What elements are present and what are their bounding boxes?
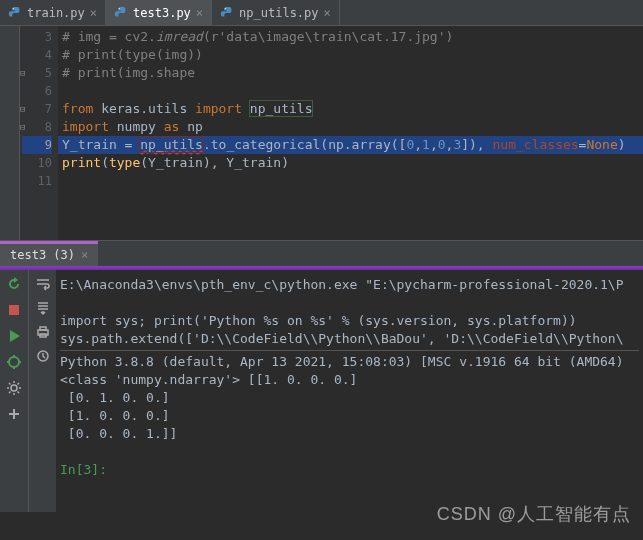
gutter: 3 4 ⊟5 6 ⊟7 ⊟8 9 10 11 [20, 26, 58, 240]
close-icon[interactable]: × [324, 6, 331, 20]
console-tab[interactable]: test3 (3)× [0, 241, 98, 266]
rerun-icon[interactable] [6, 276, 22, 292]
svg-rect-7 [40, 327, 46, 330]
svg-point-2 [225, 8, 226, 9]
code-area[interactable]: # img = cv2.imread(r'data\image\train\ca… [58, 26, 643, 240]
svg-rect-3 [9, 305, 19, 315]
run-toolbar [0, 270, 28, 512]
svg-point-0 [13, 8, 14, 9]
python-icon [114, 6, 128, 20]
python-icon [220, 6, 234, 20]
editor: 3 4 ⊟5 6 ⊟7 ⊟8 9 10 11 # img = cv2.imrea… [0, 26, 643, 240]
tab-test3[interactable]: test3.py × [106, 0, 212, 25]
watermark: CSDN @人工智能有点 [437, 502, 631, 526]
tab-label: np_utils.py [239, 6, 318, 20]
left-toolwindow-bar[interactable] [0, 26, 20, 240]
run-icon[interactable] [6, 328, 22, 344]
current-line: Y_train = np_utils.to_categorical(np.arr… [58, 136, 643, 154]
editor-tabs: train.py × test3.py × np_utils.py × [0, 0, 643, 26]
svg-point-1 [119, 8, 120, 9]
fold-icon[interactable]: ⊟ [20, 118, 25, 136]
print-icon[interactable] [35, 324, 51, 340]
tab-label: train.py [27, 6, 85, 20]
settings-icon[interactable] [6, 380, 22, 396]
console-tabs: test3 (3)× [0, 240, 643, 266]
console-panel: E:\Anaconda3\envs\pth_env_c\python.exe "… [0, 270, 643, 512]
stop-icon[interactable] [6, 302, 22, 318]
fold-icon[interactable]: ⊟ [20, 100, 25, 118]
close-icon[interactable]: × [90, 6, 97, 20]
tab-nputils[interactable]: np_utils.py × [212, 0, 340, 25]
close-icon[interactable]: × [196, 6, 203, 20]
debug-icon[interactable] [6, 354, 22, 370]
console-output[interactable]: E:\Anaconda3\envs\pth_env_c\python.exe "… [56, 270, 643, 512]
svg-point-4 [9, 357, 19, 367]
scroll-to-end-icon[interactable] [35, 300, 51, 316]
tab-label: test3.py [133, 6, 191, 20]
history-icon[interactable] [35, 348, 51, 364]
new-console-icon[interactable] [6, 406, 22, 422]
output-toolbar [28, 270, 56, 512]
svg-point-5 [11, 385, 17, 391]
soft-wrap-icon[interactable] [35, 276, 51, 292]
python-icon [8, 6, 22, 20]
tab-train[interactable]: train.py × [0, 0, 106, 25]
input-prompt[interactable]: In[3]: [60, 462, 107, 477]
fold-icon[interactable]: ⊟ [20, 64, 25, 82]
close-icon[interactable]: × [81, 248, 88, 262]
